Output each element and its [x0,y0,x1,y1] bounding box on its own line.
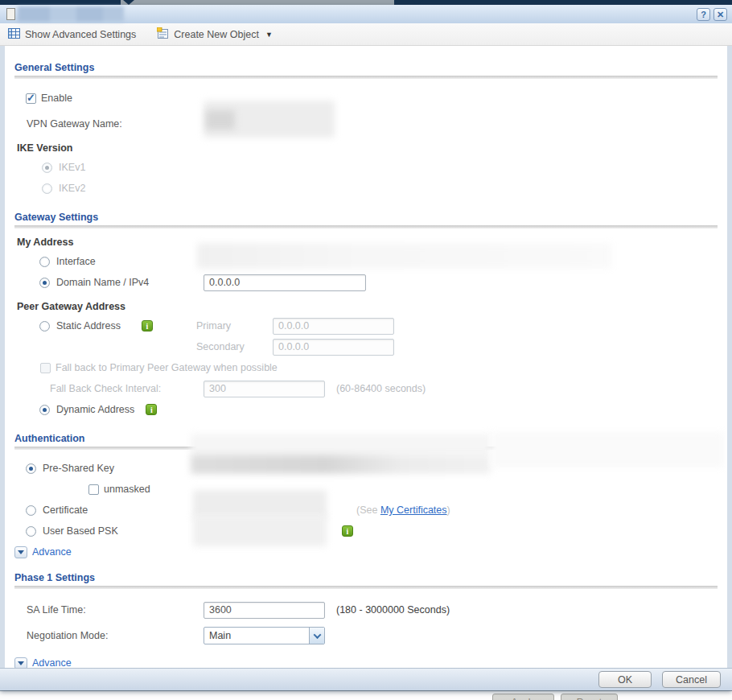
interface-radio[interactable] [39,257,50,267]
interface-label: Interface [56,256,96,267]
domain-name-row: Domain Name / IPv4 [14,272,718,293]
my-certificates-link[interactable]: My Certificates [380,504,447,516]
document-icon [6,8,15,20]
vpn-gateway-name-redacted [206,110,235,130]
certificate-row: Certificate (See My Certificates) [14,500,718,521]
dialog-title-redacted [18,6,124,22]
dynamic-address-radio[interactable] [39,405,50,415]
section-divider [14,225,718,229]
ikev1-label: IKEv1 [59,162,85,173]
domain-name-label: Domain Name / IPv4 [56,277,149,288]
secondary-address-row: Secondary [14,336,718,357]
ikev2-row: IKEv2 [14,178,718,199]
negotiation-mode-row: Negotiation Mode: Main [14,625,718,646]
advance-toggle-icon[interactable] [14,546,27,558]
dialog-body: General Settings Enable VPN Gateway Name… [0,46,732,668]
pre-shared-key-redacted [191,434,491,456]
dynamic-address-row: Dynamic Address i [14,399,718,420]
static-address-row: Static Address i Primary [14,315,718,336]
sa-life-time-row: SA Life Time: (180 - 3000000 Seconds) [14,599,718,620]
reset-button[interactable]: Reset [561,694,618,700]
gateway-settings-heading: Gateway Settings [14,212,718,223]
pre-shared-key-row: Pre-Shared Key [14,458,718,479]
primary-label: Primary [196,320,231,331]
dynamic-address-label: Dynamic Address [56,404,134,415]
ok-button[interactable]: OK [598,671,652,688]
secondary-label: Secondary [196,341,245,352]
fallback-interval-input[interactable] [204,381,325,397]
user-based-psk-radio[interactable] [26,526,36,537]
primary-address-input[interactable] [273,318,394,335]
general-settings-heading: General Settings [14,62,718,73]
fallback-label: Fall back to Primary Peer Gateway when p… [56,362,278,373]
certificate-radio[interactable] [26,505,36,516]
sa-life-time-note: (180 - 3000000 Seconds) [336,604,450,616]
negotiation-mode-label: Negotiation Mode: [27,630,108,641]
ike-version-heading: IKE Version [14,142,718,154]
unmasked-row: unmasked [14,479,718,500]
create-new-object-button[interactable]: Create New Object ▼ [157,27,273,41]
enable-row: Enable [14,88,718,109]
user-based-psk-row: User Based PSK i [14,521,718,541]
static-address-radio[interactable] [39,321,50,331]
help-button[interactable]: ? [697,8,710,21]
show-advanced-settings-button[interactable]: Show Advanced Settings [8,28,136,41]
advance-toggle-icon[interactable] [14,657,27,669]
fallback-interval-row: Fall Back Check Interval: (60-86400 seco… [14,378,718,399]
enable-label: Enable [41,93,72,104]
domain-name-radio[interactable] [39,278,50,288]
secondary-address-input[interactable] [273,339,394,356]
unmasked-checkbox[interactable] [88,484,99,495]
negotiation-mode-select[interactable]: Main [204,627,325,644]
info-icon[interactable]: i [142,320,153,331]
ikev2-radio[interactable] [42,183,52,194]
ikev1-radio[interactable] [42,163,52,173]
auth-advance-row: Advance [14,541,718,562]
info-icon[interactable]: i [342,525,353,537]
advance-link[interactable]: Advance [32,546,72,558]
peer-gateway-heading: Peer Gateway Address [14,301,718,312]
static-address-label: Static Address [56,320,121,331]
pre-shared-key-redacted [191,455,491,474]
domain-name-input[interactable] [204,274,366,291]
pre-shared-key-radio[interactable] [26,463,36,474]
apply-button[interactable]: Apply [492,694,554,700]
unmasked-label: unmasked [104,484,150,495]
info-icon[interactable]: i [146,404,157,415]
new-object-icon [157,27,169,41]
background-page-bottom: Apply Reset [0,690,732,700]
advance-link[interactable]: Advance [32,657,72,668]
fallback-checkbox[interactable] [40,363,51,373]
table-icon [8,28,20,41]
vpn-gateway-name-label: VPN Gateway Name: [27,118,122,130]
vpn-gateway-dialog: ? ✕ Show Advanced Settings Create New Ob… [0,5,732,690]
negotiation-mode-value: Main [204,630,309,641]
ikev1-row: IKEv1 [14,157,718,178]
ikev2-label: IKEv2 [59,183,85,194]
interface-select-redacted [197,243,612,269]
enable-checkbox[interactable] [26,93,36,104]
chevron-down-icon: ▼ [265,31,273,39]
see-certificates-suffix: ) [447,504,450,516]
phase1-advance-row: Advance [14,653,718,668]
vpn-gateway-name-row: VPN Gateway Name: [14,113,718,134]
phase1-settings-heading: Phase 1 Settings [14,572,718,583]
cancel-button[interactable]: Cancel [662,671,721,688]
section-divider [14,76,718,79]
sa-life-time-label: SA Life Time: [27,604,86,616]
section-divider [14,586,718,589]
pre-shared-key-label: Pre-Shared Key [43,463,114,474]
dialog-footer: OK Cancel [0,668,732,690]
fallback-interval-label: Fall Back Check Interval: [50,383,161,394]
fallback-interval-note: (60-86400 seconds) [336,383,426,394]
see-certificates-prefix: (See [356,504,380,516]
sa-life-time-input[interactable] [204,602,325,619]
chevron-down-icon[interactable] [309,628,324,644]
certificate-label: Certificate [43,504,88,516]
fallback-row: Fall back to Primary Peer Gateway when p… [14,357,718,378]
dialog-titlebar[interactable]: ? ✕ [0,5,732,23]
redacted-area [491,432,724,467]
close-icon[interactable]: ✕ [713,8,727,21]
interface-row: Interface [14,251,718,272]
dialog-toolbar: Show Advanced Settings Create New Object… [0,23,732,46]
